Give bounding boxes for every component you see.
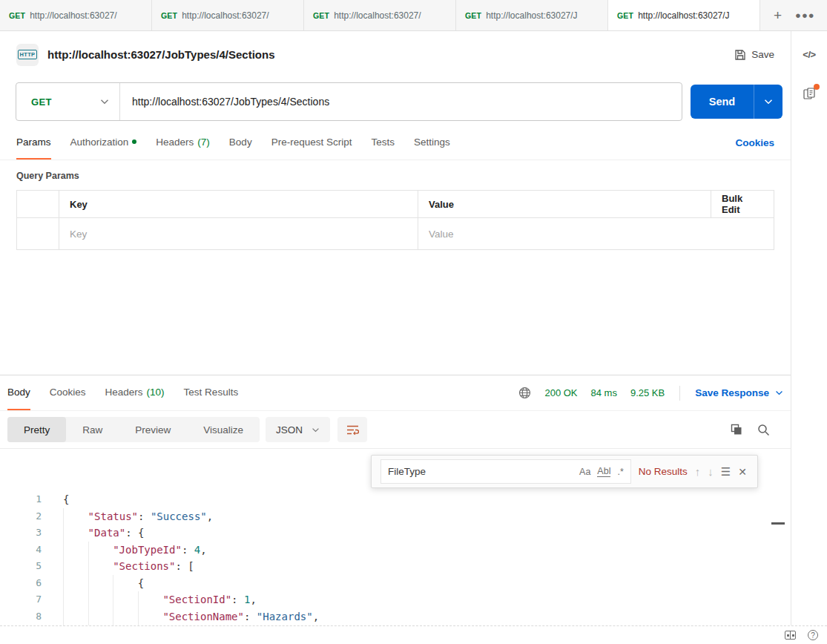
tab-headers[interactable]: Headers (7) — [156, 125, 210, 160]
indent-guide — [63, 542, 88, 559]
code-line: 8"SectionName": "Hazards", — [0, 608, 791, 625]
find-menu-icon[interactable]: ☰ — [721, 465, 731, 479]
table-header-row: Key Value Bulk Edit — [17, 191, 774, 218]
request-tab-4[interactable]: GET http://localhost:63027/J — [456, 0, 608, 30]
indent-guide — [88, 608, 113, 625]
format-dropdown[interactable]: JSON — [266, 417, 330, 442]
code-snippet-icon[interactable]: </> — [803, 49, 815, 60]
main-panel: HTTP http://localhost:63027/JobTypes/4/S… — [0, 31, 791, 625]
tab-actions: + ●●● — [760, 0, 815, 30]
cookies-link[interactable]: Cookies — [735, 137, 774, 148]
indent-guide — [88, 542, 113, 559]
regex-icon[interactable]: .* — [617, 467, 623, 477]
scrollbar-thumb[interactable] — [771, 522, 785, 525]
globe-icon[interactable] — [518, 387, 531, 399]
indent-guide — [88, 575, 113, 592]
whole-word-icon[interactable]: Abl — [597, 466, 610, 477]
indent-guide — [63, 525, 88, 542]
help-icon[interactable]: ? — [808, 630, 818, 640]
find-input[interactable] — [388, 466, 573, 477]
save-label: Save — [751, 49, 774, 60]
tab-test-results[interactable]: Test Results — [184, 375, 239, 410]
find-previous-icon[interactable]: ↑ — [695, 465, 701, 478]
tab-authorization[interactable]: Authorization — [70, 125, 137, 160]
response-tabs: Body Cookies Headers (10) Test Results 2… — [0, 375, 791, 411]
match-case-icon[interactable]: Aa — [579, 467, 590, 477]
find-input-wrap: Aa Abl .* — [380, 459, 631, 484]
status-badge: 200 OK — [544, 387, 577, 398]
table-row — [17, 218, 774, 249]
url-input[interactable] — [120, 83, 682, 120]
indent-guide — [88, 591, 113, 608]
indent-guide — [63, 591, 88, 608]
indent-guide — [63, 558, 88, 575]
view-visualize[interactable]: Visualize — [187, 417, 260, 442]
status-bar: ? — [0, 625, 827, 644]
copy-icon[interactable] — [731, 424, 742, 436]
method-dropdown[interactable]: GET — [16, 83, 120, 120]
indent-guide — [63, 608, 88, 625]
close-icon[interactable]: ✕ — [738, 466, 747, 478]
code-line: 4"JobTypeId": 4, — [0, 542, 791, 559]
line-number: 7 — [0, 591, 42, 608]
query-params-section: Query Params Key Value Bulk Edit — [0, 160, 791, 250]
response-panel: Body Cookies Headers (10) Test Results 2… — [0, 375, 791, 625]
save-button[interactable]: Save — [734, 49, 774, 61]
request-tab-bar: GET http://localhost:63027/ GET http://l… — [0, 0, 827, 31]
tab-method-label: GET — [9, 11, 25, 20]
response-meta: 200 OK 84 ms 9.25 KB Save Response — [518, 386, 783, 401]
tab-params[interactable]: Params — [16, 125, 51, 160]
code-lines: 1{2"Status": "Success",3"Data": {4"JobTy… — [0, 491, 791, 626]
tab-body[interactable]: Body — [229, 125, 252, 160]
send-button[interactable]: Send — [691, 85, 782, 119]
view-preview[interactable]: Preview — [119, 417, 187, 442]
line-number: 1 — [0, 491, 42, 508]
add-tab-icon[interactable]: + — [774, 8, 782, 22]
wrap-lines-icon — [346, 424, 359, 436]
code-line: 5"Sections": [ — [0, 558, 791, 575]
indent-guide — [63, 508, 88, 525]
view-raw[interactable]: Raw — [66, 417, 119, 442]
find-results-status: No Results — [639, 466, 688, 477]
row-drag-handle[interactable] — [17, 218, 59, 249]
app-window: GET http://localhost:63027/ GET http://l… — [0, 0, 827, 644]
chevron-down-icon — [100, 99, 109, 105]
save-icon — [734, 49, 746, 61]
indent-guide — [138, 591, 163, 608]
find-next-icon[interactable]: ↓ — [708, 465, 714, 478]
tab-settings[interactable]: Settings — [414, 125, 450, 160]
page-title: http://localhost:63027/JobTypes/4/Sectio… — [47, 48, 274, 61]
indent-guide — [88, 558, 113, 575]
documentation-icon[interactable] — [803, 87, 816, 103]
param-key-input[interactable] — [70, 229, 407, 240]
code-line: 2"Status": "Success", — [0, 508, 791, 525]
send-options-button[interactable] — [754, 85, 782, 119]
indent-guide — [113, 608, 138, 625]
line-number: 8 — [0, 608, 42, 625]
split-panes-icon[interactable] — [785, 631, 796, 640]
tab-tests[interactable]: Tests — [371, 125, 395, 160]
tab-url-label: http://localhost:63027/ — [334, 10, 421, 21]
view-mode-switcher: Pretty Raw Preview Visualize — [7, 417, 260, 442]
wrap-lines-button[interactable] — [337, 417, 367, 442]
tab-response-headers[interactable]: Headers (10) — [105, 375, 165, 410]
request-tab-3[interactable]: GET http://localhost:63027/ — [304, 0, 456, 30]
param-value-input[interactable] — [429, 229, 701, 240]
tab-response-cookies[interactable]: Cookies — [50, 375, 86, 410]
search-icon[interactable] — [757, 424, 770, 436]
response-size: 9.25 KB — [630, 387, 665, 398]
right-sidebar: </> — [791, 31, 827, 625]
more-options-icon[interactable]: ●●● — [795, 10, 815, 21]
code-line: 3"Data": { — [0, 525, 791, 542]
request-tab-5-active[interactable]: GET http://localhost:63027/J — [608, 0, 760, 30]
value-column-header: Value — [418, 191, 711, 217]
request-tab-2[interactable]: GET http://localhost:63027/ — [152, 0, 304, 30]
request-tab-1[interactable]: GET http://localhost:63027/ — [0, 0, 152, 30]
tab-pre-request-script[interactable]: Pre-request Script — [271, 125, 352, 160]
line-number: 4 — [0, 542, 42, 559]
save-response-button[interactable]: Save Response — [695, 387, 783, 398]
view-pretty[interactable]: Pretty — [7, 417, 66, 442]
bulk-edit-button[interactable]: Bulk Edit — [711, 191, 774, 217]
send-label[interactable]: Send — [691, 85, 754, 119]
tab-response-body[interactable]: Body — [7, 375, 30, 410]
